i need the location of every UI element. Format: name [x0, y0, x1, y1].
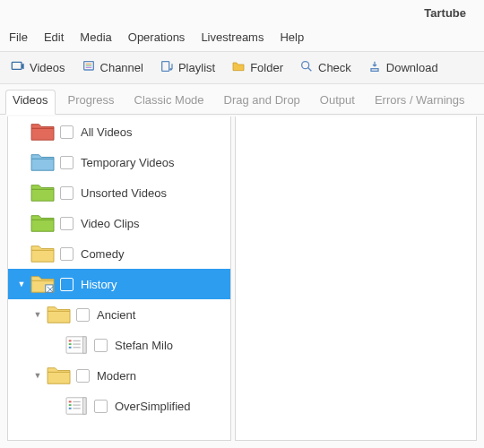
app-title: Tartube — [424, 6, 466, 20]
channel-icon — [82, 59, 96, 76]
tree-row[interactable]: All Videos — [8, 116, 230, 147]
tree-checkbox[interactable] — [60, 156, 73, 169]
tree-row[interactable]: Temporary Videos — [8, 147, 230, 177]
folder-icon — [231, 59, 246, 76]
toolbar-videos[interactable]: Videos — [11, 59, 65, 76]
toolbar-label: Download — [386, 61, 438, 74]
tree-row[interactable]: OverSimplified — [8, 391, 230, 421]
content-panel — [235, 116, 477, 441]
tree-label: History — [81, 278, 117, 291]
svg-line-9 — [307, 67, 311, 71]
tab-classic-mode[interactable]: Classic Mode — [134, 93, 204, 114]
svg-rect-0 — [12, 62, 22, 69]
toolbar-label: Check — [318, 61, 351, 74]
tree-row[interactable]: ▼Modern — [8, 360, 230, 391]
download-icon — [367, 59, 382, 76]
tree-checkbox[interactable] — [60, 125, 73, 139]
menu-media[interactable]: Media — [80, 30, 111, 44]
tree-row[interactable]: Comedy — [8, 238, 230, 269]
toolbar: Videos Channel Playlist Folder Check Dow… — [0, 51, 484, 84]
tree-label: Unsorted Videos — [81, 186, 167, 200]
tree-checkbox[interactable] — [94, 339, 108, 352]
tab-drag-and-drop[interactable]: Drag and Drop — [224, 93, 300, 114]
tree-checkbox[interactable] — [94, 400, 108, 413]
tree-checkbox[interactable] — [76, 369, 90, 383]
toolbar-label: Videos — [30, 61, 65, 74]
tab-progress[interactable]: Progress — [68, 93, 115, 114]
tree-checkbox[interactable] — [60, 247, 73, 261]
folder-red-icon — [30, 120, 56, 143]
tree-label: Ancient — [97, 308, 135, 322]
tree-row[interactable]: Unsorted Videos — [8, 177, 230, 208]
folder-green-icon — [30, 211, 56, 235]
toolbar-channel[interactable]: Channel — [82, 59, 143, 76]
menu-help[interactable]: Help — [280, 30, 304, 44]
tree-checkbox[interactable] — [60, 278, 73, 291]
folder-yellow-icon — [46, 364, 73, 387]
tree-row[interactable]: ▼History — [8, 269, 230, 299]
svg-rect-10 — [371, 69, 378, 72]
check-icon — [299, 59, 314, 76]
tree-row[interactable]: ▼Ancient — [8, 299, 230, 330]
svg-rect-5 — [162, 62, 169, 72]
expander-icon[interactable]: ▼ — [30, 371, 46, 380]
tree-checkbox[interactable] — [60, 217, 73, 230]
tree-label: Comedy — [81, 247, 124, 261]
toolbar-label: Channel — [100, 61, 143, 74]
tree-panel: All VideosTemporary VideosUnsorted Video… — [7, 116, 231, 441]
menu-operations[interactable]: Operations — [128, 30, 186, 44]
videos-icon — [11, 59, 25, 76]
tree-label: All Videos — [81, 125, 133, 139]
title-bar: Tartube — [0, 0, 484, 25]
folder-yellow-mark-icon — [30, 272, 56, 296]
folder-yellow-icon — [30, 242, 56, 265]
folder-green-icon — [30, 181, 56, 204]
tree-row[interactable]: Video Clips — [8, 208, 230, 238]
menu-livestreams[interactable]: Livestreams — [201, 30, 264, 44]
toolbar-download[interactable]: Download — [367, 59, 438, 76]
toolbar-label: Playlist — [178, 61, 215, 74]
toolbar-playlist[interactable]: Playlist — [160, 59, 215, 76]
expander-icon[interactable]: ▼ — [13, 280, 30, 289]
tree-checkbox[interactable] — [60, 186, 73, 200]
tree-row[interactable]: Stefan Milo — [8, 330, 230, 360]
channel-item-icon — [64, 333, 91, 357]
tree-label: OverSimplified — [115, 400, 191, 413]
menu-bar: File Edit Media Operations Livestreams H… — [0, 25, 484, 51]
expander-icon[interactable]: ▼ — [30, 310, 46, 319]
toolbar-check[interactable]: Check — [299, 59, 351, 76]
tree-label: Video Clips — [81, 217, 140, 230]
menu-file[interactable]: File — [9, 30, 28, 44]
menu-edit[interactable]: Edit — [44, 30, 64, 44]
folder-blue-icon — [30, 151, 56, 174]
channel-item-icon — [64, 394, 91, 418]
folder-yellow-icon — [46, 303, 73, 326]
tab-output[interactable]: Output — [320, 93, 355, 114]
tab-errors-warnings[interactable]: Errors / Warnings — [375, 93, 465, 114]
tab-videos[interactable]: Videos — [13, 93, 48, 114]
toolbar-label: Folder — [250, 61, 283, 74]
tree-checkbox[interactable] — [76, 308, 90, 322]
playlist-icon — [160, 59, 174, 76]
tree-label: Modern — [97, 369, 136, 383]
tree-label: Temporary Videos — [81, 156, 175, 169]
tree-label: Stefan Milo — [115, 339, 173, 352]
toolbar-folder[interactable]: Folder — [231, 59, 283, 76]
tab-bar: Videos Progress Classic Mode Drag and Dr… — [0, 84, 484, 115]
